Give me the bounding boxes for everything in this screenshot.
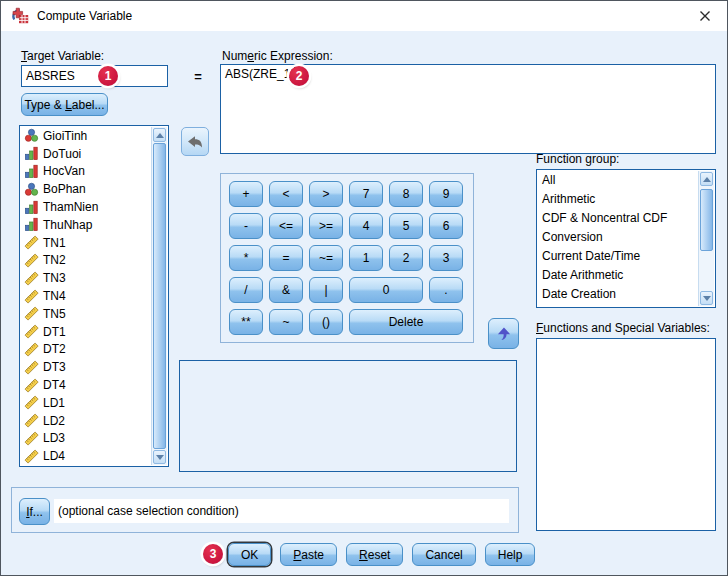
variable-item[interactable]: LD3 bbox=[21, 430, 150, 448]
keypad-key[interactable]: 1 bbox=[349, 245, 383, 271]
variable-item[interactable]: HocVan bbox=[21, 163, 150, 181]
variable-item[interactable]: GioiTinh bbox=[21, 127, 150, 145]
if-condition-group: If... (optional case selection condition… bbox=[11, 487, 519, 533]
insert-function-button[interactable] bbox=[488, 318, 519, 349]
keypad-key[interactable]: ~= bbox=[309, 245, 343, 271]
keypad-key[interactable]: 7 bbox=[349, 181, 383, 207]
function-group-label: Function group: bbox=[536, 152, 619, 166]
keypad-key[interactable]: 5 bbox=[389, 213, 423, 239]
annotation-badge-1: 1 bbox=[98, 66, 118, 86]
keypad-key[interactable]: ~ bbox=[269, 309, 303, 335]
scrollbar-thumb[interactable] bbox=[700, 189, 713, 251]
function-group-item[interactable]: Current Date/Time bbox=[538, 247, 697, 266]
variable-type-icon bbox=[24, 253, 39, 268]
keypad-key[interactable]: 4 bbox=[349, 213, 383, 239]
variable-item[interactable]: TN5 bbox=[21, 305, 150, 323]
variable-list[interactable]: GioiTinh bbox=[19, 125, 169, 467]
function-group-item[interactable]: Arithmetic bbox=[538, 190, 697, 209]
variable-type-icon bbox=[24, 146, 39, 161]
scroll-up-icon[interactable] bbox=[700, 172, 713, 186]
keypad-key[interactable]: () bbox=[309, 309, 343, 335]
keypad-key[interactable]: + bbox=[229, 181, 263, 207]
keypad-key[interactable]: 2 bbox=[389, 245, 423, 271]
scroll-up-icon[interactable] bbox=[153, 128, 166, 142]
target-variable-input[interactable]: ABSRES bbox=[21, 65, 168, 87]
if-button[interactable]: If... bbox=[19, 498, 50, 525]
type-and-label-button[interactable]: Type & Label... bbox=[21, 93, 108, 116]
variable-type-icon bbox=[24, 217, 39, 232]
variable-item[interactable]: ThamNien bbox=[21, 198, 150, 216]
keypad-key[interactable]: Delete bbox=[349, 309, 463, 335]
variable-name: ThuNhap bbox=[43, 218, 92, 232]
numeric-expression-label: Numeric Expression: bbox=[222, 49, 333, 63]
keypad-key[interactable]: | bbox=[309, 277, 343, 303]
variable-item[interactable]: DT4 bbox=[21, 376, 150, 394]
variable-type-icon bbox=[24, 395, 39, 410]
action-button[interactable]: Paste bbox=[280, 543, 337, 566]
close-button[interactable] bbox=[682, 1, 727, 30]
keypad-key[interactable]: ** bbox=[229, 309, 263, 335]
keypad-key[interactable]: <= bbox=[269, 213, 303, 239]
if-condition-field[interactable]: (optional case selection condition) bbox=[54, 499, 509, 523]
variable-type-icon bbox=[24, 342, 39, 357]
action-button[interactable]: Cancel bbox=[412, 543, 475, 566]
function-group-item[interactable]: Date Arithmetic bbox=[538, 266, 697, 285]
variable-item[interactable]: DoTuoi bbox=[21, 145, 150, 163]
action-button[interactable]: Help bbox=[485, 543, 536, 566]
variable-item[interactable]: DT3 bbox=[21, 358, 150, 376]
keypad-key[interactable]: 3 bbox=[429, 245, 463, 271]
keypad-key[interactable]: * bbox=[229, 245, 263, 271]
keypad-key[interactable]: 8 bbox=[389, 181, 423, 207]
variable-name: TN2 bbox=[43, 253, 66, 267]
function-group-item[interactable]: CDF & Noncentral CDF bbox=[538, 209, 697, 228]
variable-list-scrollbar[interactable] bbox=[151, 127, 167, 465]
function-group-list[interactable]: All Arithmetic CDF & Noncentral CDF Conv… bbox=[536, 169, 716, 308]
keypad-key[interactable]: & bbox=[269, 277, 303, 303]
variable-item[interactable]: TN1 bbox=[21, 234, 150, 252]
title-bar[interactable]: Compute Variable bbox=[1, 1, 727, 31]
keypad-key[interactable]: < bbox=[269, 181, 303, 207]
function-group-item[interactable]: Date Creation bbox=[538, 285, 697, 304]
variable-name: DoTuoi bbox=[43, 147, 81, 161]
variable-item[interactable]: LD2 bbox=[21, 412, 150, 430]
scroll-down-icon[interactable] bbox=[153, 450, 166, 464]
variable-item[interactable]: LD4 bbox=[21, 447, 150, 465]
annotation-badge-3: 3 bbox=[203, 544, 223, 564]
variable-item[interactable]: TN4 bbox=[21, 287, 150, 305]
function-group-item[interactable]: Date Extraction bbox=[538, 304, 697, 308]
keypad-key[interactable]: 6 bbox=[429, 213, 463, 239]
scroll-down-icon[interactable] bbox=[700, 291, 713, 305]
action-button[interactable]: Reset bbox=[346, 543, 403, 566]
variable-item[interactable]: LD1 bbox=[21, 394, 150, 412]
scrollbar-thumb[interactable] bbox=[153, 143, 166, 449]
variable-item[interactable]: TN3 bbox=[21, 269, 150, 287]
function-group-item[interactable]: Conversion bbox=[538, 228, 697, 247]
move-variable-button[interactable] bbox=[181, 127, 209, 156]
variable-type-icon bbox=[24, 413, 39, 428]
variable-item[interactable]: DT1 bbox=[21, 323, 150, 341]
keypad-key[interactable]: = bbox=[269, 245, 303, 271]
variable-name: LD1 bbox=[43, 396, 65, 410]
variable-type-icon bbox=[24, 449, 39, 464]
variable-item[interactable]: BoPhan bbox=[21, 180, 150, 198]
variable-name: DT4 bbox=[43, 378, 66, 392]
action-button[interactable]: OK bbox=[228, 543, 271, 566]
variable-item[interactable]: TN2 bbox=[21, 252, 150, 270]
function-group-item[interactable]: All bbox=[538, 171, 697, 190]
functions-special-vars-list[interactable] bbox=[536, 338, 716, 531]
keypad-key[interactable]: 9 bbox=[429, 181, 463, 207]
keypad-key[interactable]: / bbox=[229, 277, 263, 303]
variable-name: TN3 bbox=[43, 271, 66, 285]
variable-name: TN1 bbox=[43, 236, 66, 250]
keypad-key[interactable]: - bbox=[229, 213, 263, 239]
variable-item[interactable]: ThuNhap bbox=[21, 216, 150, 234]
keypad-key[interactable]: 0 bbox=[349, 277, 423, 303]
keypad-key[interactable]: >= bbox=[309, 213, 343, 239]
function-group-scrollbar[interactable] bbox=[698, 171, 714, 306]
keypad-key[interactable]: > bbox=[309, 181, 343, 207]
variable-item[interactable]: DT2 bbox=[21, 341, 150, 359]
keypad-group: + < > 7 8 9 - <= >= 4 5 6 bbox=[220, 173, 474, 343]
variable-type-icon bbox=[24, 200, 39, 215]
variable-name: DT2 bbox=[43, 342, 66, 356]
keypad-key[interactable]: . bbox=[429, 277, 463, 303]
